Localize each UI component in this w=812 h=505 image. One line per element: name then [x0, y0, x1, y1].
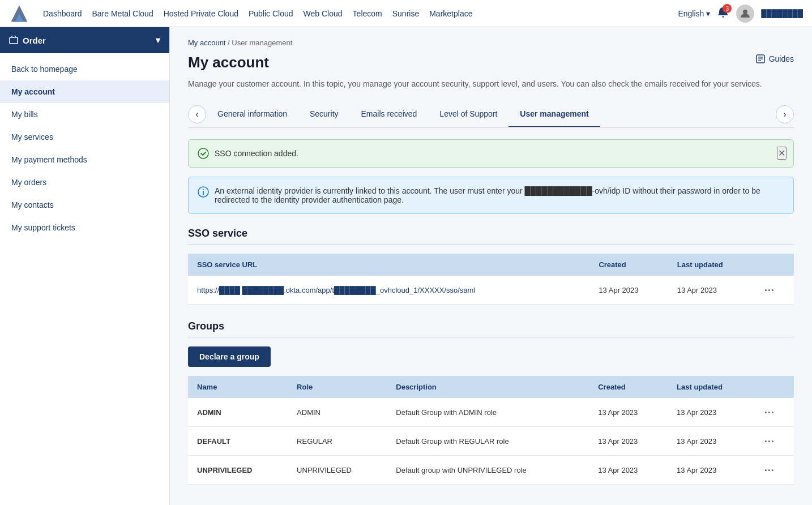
group-desc-cell: Default Group with REGULAR role — [387, 427, 589, 456]
chevron-down-icon: ▾ — [706, 9, 710, 18]
nav-sunrise[interactable]: Sunrise — [392, 9, 419, 18]
info-message: An external identity provider is current… — [215, 186, 784, 204]
tab-emails[interactable]: Emails received — [350, 101, 429, 127]
sso-actions-cell: ⋯ — [755, 276, 794, 305]
sso-url-cell: https://████ ████████.okta.com/app/t████… — [188, 276, 589, 305]
notifications-bell[interactable]: 3 — [717, 6, 729, 20]
table-row: ADMIN ADMIN Default Group with ADMIN rol… — [188, 398, 794, 427]
tab-support[interactable]: Level of Support — [428, 101, 508, 127]
groups-table: Name Role Description Created Last updat… — [188, 376, 794, 485]
table-row: https://████ ████████.okta.com/app/t████… — [188, 276, 794, 305]
group-name-cell: DEFAULT — [188, 427, 288, 456]
svg-rect-1 — [10, 37, 18, 44]
user-avatar[interactable] — [736, 5, 754, 23]
sidebar-item-my-support[interactable]: My support tickets — [0, 216, 169, 239]
nav-marketplace[interactable]: Marketplace — [429, 9, 472, 18]
sidebar-item-my-account[interactable]: My account — [0, 80, 169, 103]
nav-right: English ▾ 3 ████████ — [678, 5, 803, 23]
sso-col-actions — [755, 254, 794, 276]
nav-web-cloud[interactable]: Web Cloud — [304, 9, 343, 18]
table-row: UNPRIVILEGED UNPRIVILEGED Default group … — [188, 456, 794, 485]
groups-table-body: ADMIN ADMIN Default Group with ADMIN rol… — [188, 398, 794, 485]
svg-point-0 — [743, 10, 747, 14]
group-updated-cell: 13 Apr 2023 — [668, 398, 755, 427]
notification-count: 3 — [723, 4, 732, 13]
group-created-cell: 13 Apr 2023 — [589, 456, 668, 485]
tab-next-arrow[interactable]: › — [776, 105, 794, 123]
sso-table: SSO service URL Created Last updated htt… — [188, 254, 794, 305]
group-created-cell: 13 Apr 2023 — [589, 427, 668, 456]
sso-section-title: SSO service — [188, 228, 794, 239]
group-updated-cell: 13 Apr 2023 — [668, 427, 755, 456]
info-alert: An external identity provider is current… — [188, 177, 794, 214]
groups-section-title: Groups — [188, 320, 794, 332]
sidebar-item-my-contacts[interactable]: My contacts — [0, 194, 169, 216]
svg-point-9 — [203, 189, 204, 190]
page-layout: Order ▾ Back to homepage My account My b… — [0, 27, 812, 505]
group-col-updated: Last updated — [668, 376, 755, 398]
sso-col-url: SSO service URL — [188, 254, 589, 276]
tab-users[interactable]: User management — [508, 101, 600, 127]
success-alert: SSO connection added. ✕ — [188, 139, 794, 168]
sidebar-item-my-bills[interactable]: My bills — [0, 103, 169, 126]
sso-col-updated: Last updated — [668, 254, 755, 276]
group-col-role: Role — [288, 376, 387, 398]
sidebar-item-my-orders[interactable]: My orders — [0, 171, 169, 194]
group-name-cell: UNPRIVILEGED — [188, 456, 288, 485]
nav-dashboard[interactable]: Dashboard — [43, 9, 82, 18]
check-circle-icon — [198, 148, 209, 159]
group-created-cell: 13 Apr 2023 — [589, 398, 668, 427]
nav-bare-metal[interactable]: Bare Metal Cloud — [92, 9, 153, 18]
order-button[interactable]: Order ▾ — [0, 27, 169, 53]
cart-icon — [9, 36, 18, 45]
guides-button[interactable]: Guides — [755, 54, 794, 64]
group-row-menu-button[interactable]: ⋯ — [764, 435, 775, 447]
group-col-name: Name — [188, 376, 288, 398]
info-circle-icon — [198, 186, 209, 198]
group-role-cell: UNPRIVILEGED — [288, 456, 387, 485]
sidebar-navigation: Back to homepage My account My bills My … — [0, 53, 169, 243]
top-navigation: Dashboard Bare Metal Cloud Hosted Privat… — [0, 0, 812, 27]
group-row-menu-button[interactable]: ⋯ — [764, 464, 775, 476]
book-icon — [755, 54, 766, 64]
tab-general[interactable]: General information — [206, 101, 298, 127]
nav-hosted-private[interactable]: Hosted Private Cloud — [164, 9, 238, 18]
tabs-bar: ‹ General information Security Emails re… — [188, 101, 794, 128]
sso-url-link[interactable]: https://████ ████████.okta.com/app/t████… — [197, 286, 475, 294]
language-selector[interactable]: English ▾ — [678, 9, 710, 18]
sso-table-body: https://████ ████████.okta.com/app/t████… — [188, 276, 794, 305]
sso-created-cell: 13 Apr 2023 — [589, 276, 668, 305]
sso-updated-cell: 13 Apr 2023 — [668, 276, 755, 305]
sidebar: Order ▾ Back to homepage My account My b… — [0, 27, 170, 505]
success-message: SSO connection added. — [215, 149, 298, 158]
order-label: Order — [23, 36, 46, 45]
tab-security[interactable]: Security — [298, 101, 350, 127]
sso-table-head: SSO service URL Created Last updated — [188, 254, 794, 276]
user-icon — [740, 8, 750, 19]
group-name-cell: ADMIN — [188, 398, 288, 427]
sidebar-item-my-payment[interactable]: My payment methods — [0, 148, 169, 171]
sidebar-item-back[interactable]: Back to homepage — [0, 58, 169, 80]
svg-point-6 — [198, 148, 208, 159]
title-row: My account Guides — [188, 54, 794, 76]
group-actions-cell: ⋯ — [755, 427, 794, 456]
group-row-menu-button[interactable]: ⋯ — [764, 406, 775, 418]
nav-telecom[interactable]: Telecom — [353, 9, 382, 18]
page-title: My account — [188, 54, 269, 71]
group-desc-cell: Default group with UNPRIVILEGED role — [387, 456, 589, 485]
tab-prev-arrow[interactable]: ‹ — [188, 105, 206, 123]
group-col-created: Created — [589, 376, 668, 398]
breadcrumb-root[interactable]: My account — [188, 38, 225, 47]
user-name-label: ████████ — [761, 9, 803, 18]
table-row: DEFAULT REGULAR Default Group with REGUL… — [188, 427, 794, 456]
group-actions-cell: ⋯ — [755, 398, 794, 427]
sidebar-item-my-services[interactable]: My services — [0, 126, 169, 148]
close-alert-button[interactable]: ✕ — [777, 147, 787, 160]
breadcrumb: My account / User management — [188, 38, 794, 47]
sso-divider — [188, 244, 794, 245]
nav-public-cloud[interactable]: Public Cloud — [249, 9, 293, 18]
declare-group-button[interactable]: Declare a group — [188, 346, 271, 367]
sso-row-menu-button[interactable]: ⋯ — [764, 284, 775, 296]
breadcrumb-current: User management — [232, 38, 292, 47]
order-chevron-icon: ▾ — [156, 35, 160, 45]
